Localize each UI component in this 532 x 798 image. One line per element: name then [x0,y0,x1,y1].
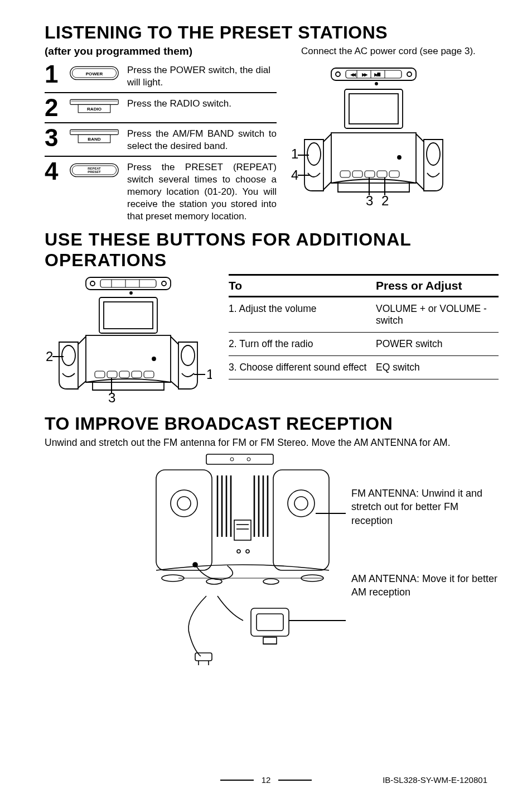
svg-rect-54 [104,302,153,329]
svg-point-95 [263,579,279,584]
svg-point-38 [427,143,440,165]
svg-line-66 [171,336,178,344]
table-cell: VOLUME + or VOLUME - switch [376,303,499,326]
svg-text:BAND: BAND [88,137,101,142]
svg-text:REPEAT: REPEAT [88,167,101,170]
svg-rect-33 [352,171,362,177]
power-button-icon: POWER [69,65,119,83]
diagram-label: 2 [46,349,53,364]
table-head-press: Press or Adjust [376,279,499,292]
step-number: 1 [45,63,61,85]
svg-rect-99 [195,653,212,661]
step-text: Press the POWER switch, the dial will li… [127,63,277,89]
svg-rect-32 [340,171,350,177]
svg-point-55 [62,345,75,366]
step-number: 3 [45,127,61,149]
table-cell: EQ switch [376,362,499,373]
right-info: Connect the AC power cord (see page 3). … [290,45,499,210]
table-row: 3. Choose different sound effect EQ swit… [229,356,499,379]
diagram-label: 3 [108,390,115,402]
svg-point-73 [247,458,250,461]
svg-rect-15 [331,68,416,80]
antenna-intro: Unwind and stretch out the FM antenna fo… [45,436,499,450]
svg-line-57 [78,381,86,388]
svg-point-72 [230,458,234,461]
page-footer: 12 IB-SL328-SY-WM-E-120801 [0,775,532,785]
svg-rect-90 [273,470,329,570]
svg-point-75 [171,490,197,517]
svg-rect-103 [257,614,283,631]
svg-point-37 [398,156,401,159]
section-title-improve-reception: TO IMPROVE BROADCAST RECEPTION [45,414,499,434]
svg-line-29 [323,134,331,142]
svg-text:RADIO: RADIO [87,107,101,112]
diagram-label: 3 [366,193,373,206]
radio-button-icon: RADIO [69,99,119,117]
svg-rect-62 [132,371,142,378]
svg-rect-63 [144,371,154,378]
footer-line [278,780,312,781]
svg-point-16 [336,72,340,76]
step-number: 4 [45,160,61,182]
table-header-row: To Press or Adjust [229,276,499,297]
steps-column: (after you programmed them) 1 POWER Pres… [45,45,277,226]
section-title-use-buttons: USE THESE BUTTONS FOR ADDITIONAL OPERATI… [45,229,499,271]
diagram-label: 1 [206,367,212,382]
svg-rect-36 [389,171,399,177]
step-text: Press the PRESET (REPEAT) switch several… [127,160,277,223]
svg-rect-71 [206,454,273,464]
device-front-diagram-icon: ◂◂ ▸▸ ▸/II [290,61,457,206]
am-antenna-text: AM ANTENNA: Move it for better AM recept… [351,572,499,599]
footer-line [220,780,254,781]
svg-point-47 [162,281,166,286]
section-subtitle: (after you programmed them) [45,45,277,57]
svg-point-28 [307,143,321,165]
svg-rect-60 [107,371,117,378]
svg-line-56 [78,336,86,344]
svg-point-17 [407,72,412,76]
svg-rect-104 [263,637,277,644]
svg-text:▸/II: ▸/II [375,73,380,76]
device-front-diagram-icon: 2 1 3 [45,274,212,402]
svg-line-30 [323,182,331,190]
page-number: 12 [262,775,271,785]
repeat-preset-button-icon: REPEAT PRESET [69,162,119,180]
diagram-label: 4 [291,167,298,182]
svg-point-52 [130,292,132,294]
svg-point-91 [288,490,315,517]
diagram-label: 1 [291,146,298,161]
svg-point-85 [246,550,249,553]
svg-text:▸▸: ▸▸ [362,73,367,76]
footer-code: IB-SL328-SY-WM-E-120801 [383,775,487,785]
diagram-label: 2 [381,193,389,206]
svg-rect-58 [86,335,171,382]
step-text: Press the AM/FM BAND switch to select th… [127,127,277,152]
operations-table: To Press or Adjust 1. Adjust the volume … [229,274,499,379]
device-rear-diagram-icon [139,453,346,665]
svg-rect-31 [331,133,416,183]
svg-line-67 [171,381,178,388]
step-row: 4 REPEAT PRESET Press the PRESET (REPEAT… [45,156,277,226]
svg-point-64 [152,357,156,360]
table-cell: 2. Turn off the radio [229,338,376,350]
svg-rect-48 [100,280,156,287]
svg-point-84 [237,550,240,553]
antenna-labels: FM ANTENNA: Unwind it and stretch out fo… [351,453,499,599]
svg-rect-7 [70,129,118,134]
svg-rect-26 [345,89,403,128]
step-text: Press the RADIO switch. [127,97,277,110]
table-head-to: To [229,279,376,292]
svg-text:POWER: POWER [86,71,103,76]
svg-rect-27 [349,94,398,124]
section-title-listening: LISTENING TO THE PRESET STATIONS [45,22,499,43]
svg-point-65 [181,345,195,366]
table-row: 1. Adjust the volume VOLUME + or VOLUME … [229,297,499,333]
svg-rect-45 [86,277,171,290]
svg-rect-34 [365,171,375,177]
svg-line-40 [416,182,424,190]
svg-point-76 [177,497,191,510]
svg-rect-59 [95,371,105,378]
step-row: 2 RADIO Press the RADIO switch. [45,92,277,122]
step-number: 2 [45,97,61,119]
table-cell: 1. Adjust the volume [229,303,376,326]
